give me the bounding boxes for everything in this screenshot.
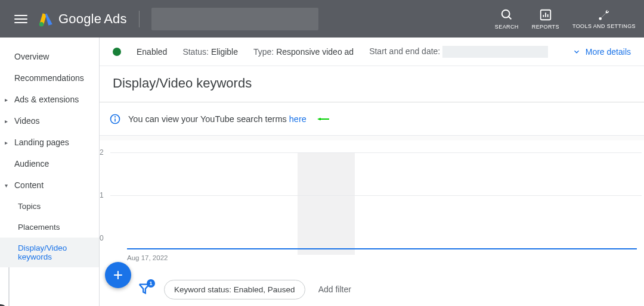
status-dot-icon	[113, 48, 121, 56]
sidebar-item-display-video-keywords[interactable]: Display/Video keywords	[0, 238, 99, 267]
filter-funnel-button[interactable]: 1	[138, 282, 151, 297]
plus-icon: +	[113, 266, 123, 285]
add-filter-button[interactable]: Add filter	[318, 285, 351, 294]
caret-down-icon: ▾	[5, 182, 8, 189]
annotation-arrow-icon	[317, 113, 329, 125]
left-sidebar: Overview Recommendations ▸Ads & extensio…	[0, 38, 100, 306]
search-button[interactable]: SEARCH	[495, 8, 519, 30]
y-tick-1: 1	[100, 191, 104, 199]
notice-text: You can view your YouTube search terms h…	[128, 114, 306, 124]
caret-right-icon: ▸	[5, 96, 8, 103]
filter-bar: 1 Keyword status: Enabled, Paused Add fi…	[100, 273, 644, 306]
sidebar-item-landing-pages[interactable]: ▸Landing pages	[0, 132, 99, 153]
svg-marker-10	[317, 117, 329, 120]
info-notice: You can view your YouTube search terms h…	[100, 102, 644, 136]
sidebar-item-audience[interactable]: Audience	[0, 153, 99, 174]
filter-count-badge: 1	[147, 279, 155, 288]
date-redacted	[442, 46, 548, 58]
wrench-icon	[597, 8, 611, 21]
status-group: Status: Eligible	[182, 47, 238, 57]
date-group: Start and end date:	[369, 46, 548, 58]
status-enabled: Enabled	[137, 47, 167, 57]
info-icon	[109, 113, 121, 125]
y-tick-2: 2	[100, 148, 104, 157]
chart-x-start-label: Aug 17, 2022	[127, 254, 168, 261]
svg-line-2	[509, 16, 512, 19]
chart-highlight-band	[298, 152, 355, 255]
chart-x-axis	[127, 248, 637, 249]
main-layout: Overview Recommendations ▸Ads & extensio…	[0, 38, 644, 306]
tools-button[interactable]: TOOLS AND SETTINGS	[572, 8, 636, 30]
logo-text-primary: Google	[58, 11, 101, 27]
more-details-toggle[interactable]: More details	[572, 47, 631, 57]
sidebar-item-recommendations[interactable]: Recommendations	[0, 67, 99, 89]
hamburger-menu-icon[interactable]	[14, 13, 27, 26]
svg-point-9	[115, 116, 116, 117]
sidebar-item-placements[interactable]: Placements	[0, 217, 99, 238]
reports-chart-icon	[539, 8, 552, 21]
filter-chip-keyword-status[interactable]: Keyword status: Enabled, Paused	[164, 280, 305, 299]
sidebar-item-videos[interactable]: ▸Videos	[0, 110, 99, 132]
notice-link[interactable]: here	[289, 114, 306, 124]
add-keyword-fab[interactable]: +	[105, 262, 131, 288]
search-icon	[500, 8, 513, 21]
account-selector-redacted[interactable]	[151, 8, 318, 30]
chevron-down-icon	[572, 48, 581, 56]
type-group: Type: Responsive video ad	[253, 47, 354, 57]
page-title: Display/Video keywords	[100, 66, 644, 102]
caret-right-icon: ▸	[5, 118, 8, 124]
sidebar-item-topics[interactable]: Topics	[0, 196, 99, 217]
sidebar-item-content[interactable]: ▾Content	[0, 174, 99, 196]
svg-point-1	[502, 10, 510, 17]
header-divider	[139, 11, 140, 27]
app-header: Google Ads SEARCH REPORTS TOOLS AND SETT…	[0, 0, 644, 38]
sidebar-item-overview[interactable]: Overview	[0, 46, 99, 67]
y-tick-0: 0	[100, 234, 104, 242]
svg-point-0	[39, 21, 44, 26]
caret-right-icon: ▸	[5, 139, 8, 146]
keywords-chart: 2 1 0 Aug 17, 2022	[100, 140, 644, 274]
logo-text-secondary: Ads	[104, 11, 127, 27]
reports-button[interactable]: REPORTS	[532, 8, 559, 30]
google-ads-logo-icon	[38, 11, 54, 27]
main-content: Enabled Status: Eligible Type: Responsiv…	[100, 38, 644, 306]
app-logo[interactable]: Google Ads	[38, 11, 127, 27]
status-bar: Enabled Status: Eligible Type: Responsiv…	[100, 38, 644, 66]
sidebar-item-ads-extensions[interactable]: ▸Ads & extensions	[0, 89, 99, 110]
